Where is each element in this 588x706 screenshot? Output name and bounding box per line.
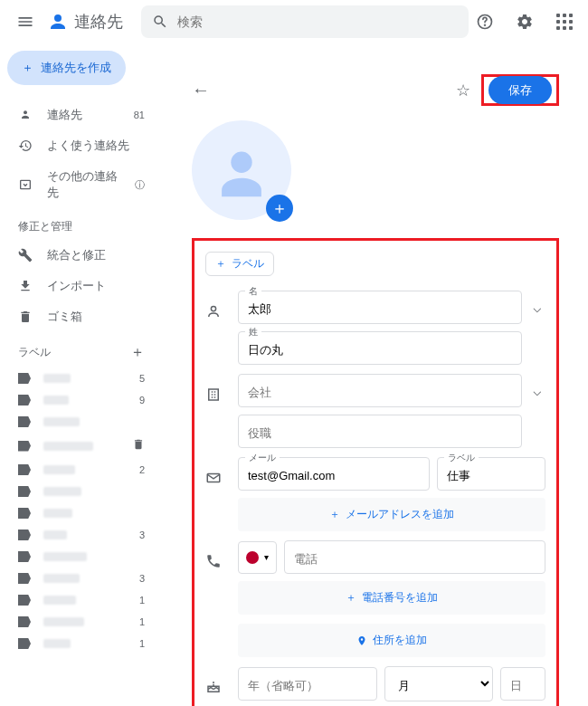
month-select[interactable]: 月 [384,666,493,701]
last-name-input[interactable] [238,331,522,365]
first-name-input[interactable] [238,291,522,324]
nav-import[interactable]: インポート [7,271,156,301]
label-tag-icon [18,508,31,519]
label-tag-icon [18,395,31,405]
label-item[interactable]: 3 [7,568,156,589]
save-highlight: 保存 [481,74,559,106]
label-item[interactable]: 9 [7,389,156,411]
gear-icon [516,13,534,31]
plus-icon: ＋ [329,507,340,522]
trash-icon [18,310,33,324]
add-label-button[interactable]: ＋ [130,343,145,362]
menu-button[interactable] [7,4,43,40]
search-bar[interactable] [141,5,469,38]
info-icon[interactable]: ⓘ [135,178,145,192]
create-label: 連絡先を作成 [41,60,111,76]
section-fix-manage: 修正と管理 [7,208,156,240]
avatar-add-button[interactable]: ＋ [266,195,293,222]
contacts-icon [47,11,69,33]
download-icon [18,279,33,293]
search-input[interactable] [177,14,458,29]
label-tag-icon [18,616,31,627]
archive-icon [18,177,33,192]
svg-point-0 [54,14,62,22]
nav-other[interactable]: その他の連絡先 ⓘ [7,161,156,208]
back-button[interactable]: ← [192,80,210,100]
add-label-chip[interactable]: ＋ ラベル [205,252,274,276]
label-item[interactable] [7,481,156,502]
label-tag-icon [18,416,31,427]
label-item[interactable] [7,502,156,524]
svg-point-2 [485,24,486,25]
label-item[interactable]: 3 [7,524,156,546]
nav-contacts[interactable]: 連絡先 81 [7,100,156,130]
svg-point-6 [211,306,215,310]
plus-icon: ＋ [271,197,288,219]
main-content: ← ☆ 保存 ＋ ＋ ラベル [163,0,588,706]
settings-button[interactable] [508,5,541,38]
trash-icon[interactable] [132,438,145,453]
company-input[interactable] [238,374,522,407]
label-item[interactable] [7,411,156,433]
labels-header: ラベル ＋ [7,332,156,367]
form-area-highlight: ＋ ラベル 名 ⌵ [192,238,559,706]
day-input[interactable] [500,667,545,701]
label-item[interactable]: 1 [7,589,156,611]
person-icon [205,303,223,323]
label-item[interactable] [7,546,156,568]
phone-input[interactable] [284,540,545,574]
svg-point-5 [231,152,251,173]
building-icon [205,386,223,406]
add-email-button[interactable]: ＋メールアドレスを追加 [238,498,545,531]
header-actions [469,5,581,38]
svg-rect-4 [21,180,31,188]
location-icon [356,635,367,646]
app-logo: 連絡先 [47,11,123,33]
avatar-section: ＋ [192,120,559,220]
apps-button[interactable] [548,5,581,38]
title-input[interactable] [238,415,522,448]
year-input[interactable] [238,667,377,701]
star-button[interactable]: ☆ [456,81,470,100]
svg-point-3 [24,110,27,114]
label-tag-icon [18,373,31,384]
avatar-placeholder-icon [210,138,273,202]
save-button[interactable]: 保存 [488,76,552,104]
app-title: 連絡先 [74,11,123,33]
expand-company-button[interactable]: ⌵ [529,375,545,406]
country-select[interactable]: ▾ [238,541,277,574]
label-item[interactable] [7,433,156,459]
nav-frequent[interactable]: よく使う連絡先 [7,130,156,161]
content-header: ← ☆ 保存 [192,74,559,106]
plus-icon: ＋ [346,590,356,606]
label-item[interactable]: 1 [7,633,156,654]
label-tag-icon [18,595,31,606]
label-tag-icon [18,441,31,452]
app-header: 連絡先 [0,0,588,43]
label-item[interactable]: 5 [7,367,156,389]
help-icon [476,13,494,31]
label-item[interactable]: 2 [7,459,156,481]
add-address-button[interactable]: 住所を追加 [238,624,545,657]
label-item[interactable]: 1 [7,611,156,633]
create-contact-button[interactable]: ＋ 連絡先を作成 [7,51,126,85]
cake-icon [205,679,223,699]
apps-icon [556,14,573,30]
label-tag-icon [18,573,31,584]
plus-icon: ＋ [22,60,33,76]
add-phone-button[interactable]: ＋電話番号を追加 [238,581,545,615]
label-tag-icon [18,638,31,649]
person-icon [18,108,33,122]
plus-icon: ＋ [215,256,226,272]
japan-flag-icon [246,551,259,564]
mail-icon [205,470,223,490]
search-icon [152,14,168,30]
chevron-down-icon: ▾ [264,552,269,562]
label-tag-icon [18,551,31,562]
nav-trash[interactable]: ゴミ箱 [7,301,156,332]
expand-name-button[interactable]: ⌵ [529,291,545,323]
nav-merge[interactable]: 統合と修正 [7,240,156,271]
help-button[interactable] [469,5,501,38]
avatar[interactable]: ＋ [192,120,291,220]
history-icon [18,138,33,153]
